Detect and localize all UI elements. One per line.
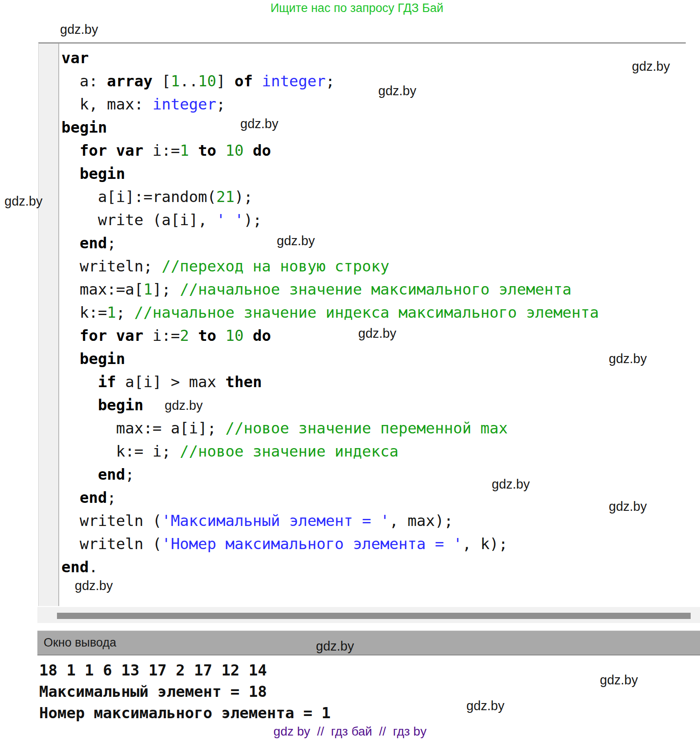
- console-line: Номер максимального элемента = 1: [39, 702, 331, 724]
- watermark: gdz.by: [492, 477, 530, 492]
- watermark: gdz.by: [240, 117, 278, 131]
- code-line: k:= i; //новое значение индекса: [61, 440, 686, 463]
- code-line: a[i]:=random(21);: [61, 185, 686, 208]
- code-line: end;: [61, 486, 686, 509]
- code-editor[interactable]: var a: array [1..10] of integer; k, max:…: [38, 42, 686, 606]
- code-line: max:= a[i]; //новое значение переменной …: [61, 417, 686, 440]
- console-line: Максимальный элемент = 18: [39, 681, 331, 702]
- code-text-area[interactable]: var a: array [1..10] of integer; k, max:…: [59, 44, 686, 606]
- watermark: gdz.by: [75, 578, 113, 593]
- watermark: gdz.by: [632, 59, 670, 74]
- code-line: if a[i] > max then: [61, 370, 686, 393]
- code-line: end;: [61, 463, 686, 486]
- watermark: gdz.by: [600, 673, 638, 687]
- watermark: gdz.by: [4, 194, 42, 209]
- code-line: a: array [1..10] of integer;: [61, 69, 686, 93]
- code-line: k:=1; //начальное значение индекса макси…: [61, 301, 686, 324]
- code-line: begin: [61, 347, 686, 370]
- horizontal-scrollbar[interactable]: [37, 607, 700, 623]
- watermark: gdz.by: [609, 352, 647, 366]
- console-line: 18 1 1 6 13 17 2 17 12 14: [39, 659, 331, 681]
- code-line: for var i:=1 to 10 do: [61, 139, 686, 162]
- scrollbar-thumb[interactable]: [57, 613, 691, 619]
- code-line: max:=a[1]; //начальное значение максимал…: [61, 278, 686, 301]
- code-line: begin: [61, 162, 686, 185]
- footer-watermark: gdz by // гдз бай // гдз by: [0, 724, 700, 739]
- watermark: gdz.by: [466, 699, 504, 713]
- output-panel-title: Окно вывода: [37, 636, 116, 650]
- promo-banner: Ищите нас по запросу ГДЗ Бай: [0, 1, 700, 15]
- code-line: end;: [61, 231, 686, 255]
- watermark: gdz.by: [609, 499, 647, 514]
- watermark: gdz.by: [378, 84, 416, 98]
- output-panel-header[interactable]: Окно вывода: [37, 631, 700, 655]
- watermark: gdz.by: [277, 234, 315, 248]
- code-line: writeln ('Номер максимального элемента =…: [61, 532, 686, 555]
- watermark: gdz.by: [358, 326, 396, 341]
- code-line: write (a[i], ' ');: [61, 208, 686, 231]
- code-line: var: [61, 46, 686, 69]
- code-line: begin: [61, 116, 686, 139]
- editor-gutter: [39, 44, 59, 606]
- watermark: gdz.by: [316, 639, 354, 654]
- code-line: writeln ('Максимальный элемент = ', max)…: [61, 509, 686, 532]
- output-console[interactable]: 18 1 1 6 13 17 2 17 12 14Максимальный эл…: [39, 659, 331, 724]
- code-line: begin: [61, 393, 686, 417]
- watermark: gdz.by: [165, 398, 202, 413]
- code-line: k, max: integer;: [61, 93, 686, 116]
- watermark: gdz.by: [60, 22, 98, 37]
- code-line: end.: [61, 555, 686, 578]
- code-line: writeln; //переход на новую строку: [61, 255, 686, 278]
